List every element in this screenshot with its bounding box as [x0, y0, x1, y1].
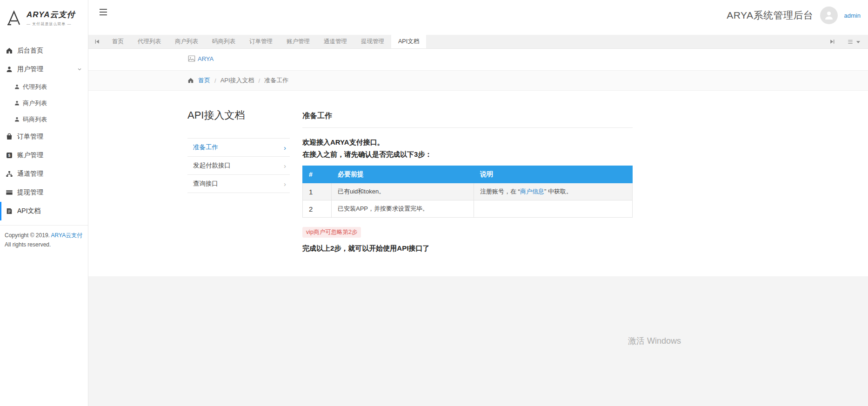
cell-number: 2 [303, 200, 332, 218]
breadcrumb-separator: / [214, 77, 216, 84]
copyright-suffix: All rights reserved. [5, 241, 51, 248]
content-columns: API接入文档 准备工作 › 发起付款接口 › 查询接口 [187, 91, 633, 253]
brand-title: ARYA云支付 [27, 9, 75, 20]
breadcrumb-separator: / [259, 77, 260, 84]
caret-down-icon [855, 39, 861, 45]
sidebar-item-accounts[interactable]: $ 账户管理 [0, 146, 88, 165]
col-header-number: # [303, 166, 332, 183]
vip-note-badge: vip商户可忽略第2步 [302, 227, 361, 238]
brand-texts: ARYA云支付 — 支付就是这么简单 — [27, 9, 75, 27]
topbar-right: ARYA系统管理后台 admin [727, 7, 861, 24]
open-tabs: 首页 代理列表 商户列表 码商列表 订单管理 账户管理 通道管理 提现管理 AP… [105, 35, 426, 48]
tab-channels[interactable]: 通道管理 [317, 35, 354, 48]
app-root: ARYA云支付 — 支付就是这么简单 — 后台首页 用户管理 代理列表 商户列表 [0, 0, 868, 406]
tab-withdrawals[interactable]: 提现管理 [354, 35, 391, 48]
cell-prerequisite: 已有uid和token。 [332, 183, 474, 200]
section-divider [302, 127, 633, 128]
tab-code-merchants[interactable]: 码商列表 [205, 35, 242, 48]
tab-merchants[interactable]: 商户列表 [168, 35, 205, 48]
document-icon [6, 207, 13, 215]
sidebar-toggle-icon[interactable] [98, 7, 109, 18]
sidebar-item-orders[interactable]: 订单管理 [0, 127, 88, 146]
cell-number: 1 [303, 183, 332, 200]
admin-user-link[interactable]: admin [844, 12, 861, 19]
sidebar-item-label: 代理列表 [23, 83, 47, 91]
mini-user-icon [14, 84, 20, 90]
sidebar-item-code-merchants[interactable]: 码商列表 [0, 111, 88, 127]
breadcrumb-level3: 准备工作 [264, 76, 288, 85]
sidebar-item-home[interactable]: 后台首页 [0, 41, 88, 60]
sidebar-item-api-docs[interactable]: API文档 [0, 202, 88, 220]
chevron-right-icon: › [284, 162, 286, 170]
brand-logo[interactable]: ARYA云支付 — 支付就是这么简单 — [0, 0, 88, 35]
table-row: 1 已有uid和token。 注册账号，在 “商户信息” 中获取。 [303, 183, 633, 200]
tab-home[interactable]: 首页 [105, 35, 131, 48]
sidebar-item-channels[interactable]: 通道管理 [0, 165, 88, 183]
avatar[interactable] [820, 7, 838, 24]
col-header-note: 说明 [474, 166, 633, 183]
tabbar: 首页 代理列表 商户列表 码商列表 订单管理 账户管理 通道管理 提现管理 AP… [88, 35, 868, 49]
doc-nav-item-payment-api[interactable]: 发起付款接口 › [187, 157, 290, 175]
sidebar: ARYA云支付 — 支付就是这么简单 — 后台首页 用户管理 代理列表 商户列表 [0, 0, 88, 406]
user-icon [6, 66, 13, 73]
brand-a-icon [5, 9, 23, 27]
cell-note [474, 200, 633, 218]
broken-image-alt: ARYA [198, 55, 214, 62]
copyright: Copyright © 2019. ARYA云支付 All rights res… [0, 226, 88, 255]
brand-tagline: — 支付就是这么简单 — [27, 21, 75, 27]
tabs-scroll-right-button[interactable] [824, 39, 841, 45]
breadcrumb-home-link[interactable]: 首页 [198, 76, 210, 85]
tab-orders[interactable]: 订单管理 [242, 35, 280, 48]
tab-accounts[interactable]: 账户管理 [280, 35, 317, 48]
svg-text:$: $ [8, 153, 11, 158]
broken-image: ARYA [187, 54, 214, 63]
prerequisites-table: # 必要前提 说明 1 已有uid和token。 [302, 166, 633, 218]
sidebar-item-label: 商户列表 [23, 99, 47, 107]
rewind-left-icon [94, 39, 100, 45]
sidebar-item-label: 码商列表 [23, 115, 47, 124]
sidebar-item-label: API文档 [17, 207, 41, 215]
table-row: 2 已安装APP，并按要求设置完毕。 [303, 200, 633, 218]
sidebar-item-label: 用户管理 [17, 65, 43, 73]
cell-prerequisite: 已安装APP，并按要求设置完毕。 [332, 200, 474, 218]
sitemap-icon [6, 170, 13, 178]
doc-nav: 准备工作 › 发起付款接口 › 查询接口 › [187, 138, 290, 193]
sidebar-item-users[interactable]: 用户管理 [0, 60, 88, 79]
card-icon [6, 189, 13, 196]
chevron-right-icon: › [284, 180, 286, 188]
sidebar-nav: 后台首页 用户管理 代理列表 商户列表 码商列表 订单管理 [0, 35, 88, 226]
col-header-prerequisite: 必要前提 [332, 166, 474, 183]
doc-title: API接入文档 [187, 108, 290, 122]
tabs-scroll-left-button[interactable] [88, 35, 105, 48]
tabs-menu-button[interactable] [841, 39, 868, 45]
doc-nav-item-query-api[interactable]: 查询接口 › [187, 175, 290, 193]
broken-image-icon [187, 54, 196, 63]
sidebar-item-label: 账户管理 [17, 151, 43, 160]
content-sheet: ARYA 首页 / API接入文档 / 准备工作 API接入文档 [88, 49, 868, 276]
table-body: 1 已有uid和token。 注册账号，在 “商户信息” 中获取。 2 已安装A… [303, 183, 633, 218]
merchant-info-link[interactable]: 商户信息 [520, 188, 544, 195]
doc-nav-column: API接入文档 准备工作 › 发起付款接口 › 查询接口 [187, 106, 290, 253]
doc-body-column: 准备工作 欢迎接入ARYA支付接口。 在接入之前，请先确认是否完成以下3步： #… [302, 106, 633, 253]
forward-right-icon [829, 39, 835, 45]
tab-api-docs[interactable]: API文档 [391, 35, 426, 48]
note-text-before: 注册账号，在 “ [480, 188, 520, 195]
doc-nav-label: 查询接口 [193, 180, 218, 188]
sidebar-item-label: 订单管理 [17, 133, 43, 141]
copyright-prefix: Copyright © 2019. [5, 232, 50, 239]
doc-nav-label: 准备工作 [193, 143, 218, 152]
chevron-down-icon [77, 67, 82, 72]
avatar-person-icon [823, 10, 835, 21]
tab-agents[interactable]: 代理列表 [131, 35, 168, 48]
section-title: 准备工作 [302, 111, 633, 121]
intro-line-2: 在接入之前，请先确认是否完成以下3步： [302, 148, 633, 160]
home-icon [6, 47, 13, 54]
doc-nav-item-preparation[interactable]: 准备工作 › [187, 139, 290, 157]
sidebar-item-agents[interactable]: 代理列表 [0, 79, 88, 95]
mini-user-icon [14, 116, 20, 122]
sidebar-item-merchants[interactable]: 商户列表 [0, 95, 88, 111]
sidebar-item-withdrawals[interactable]: 提现管理 [0, 183, 88, 202]
intro-line-1: 欢迎接入ARYA支付接口。 [302, 136, 633, 148]
copyright-brand-link[interactable]: ARYA云支付 [51, 232, 83, 239]
main-area: ARYA系统管理后台 admin 首页 代理列表 商户列表 码商列表 订单管理 … [88, 0, 868, 406]
